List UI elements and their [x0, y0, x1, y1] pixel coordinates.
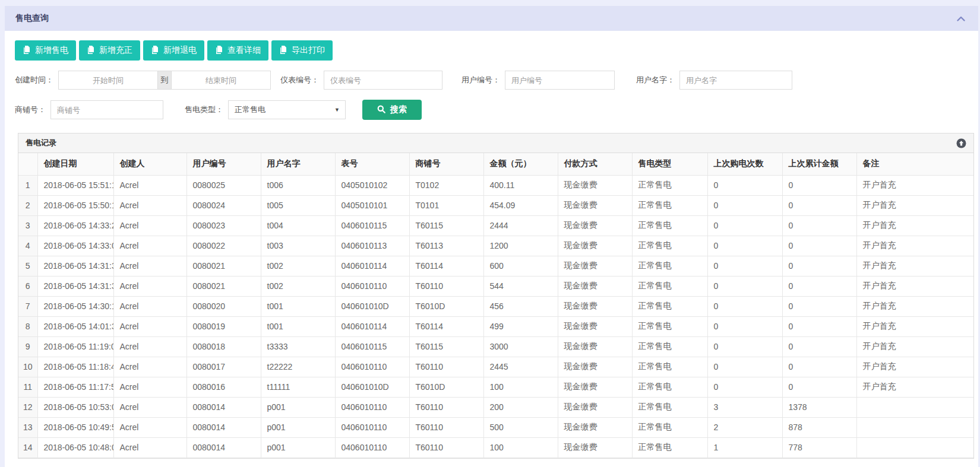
table-row[interactable]: 132018-06-05 10:49:5Acrel0080014p0010406…	[18, 417, 974, 437]
add-recharge-button[interactable]: 新增充正	[79, 40, 140, 61]
table-row[interactable]: 32018-06-05 14:33:2Acrel0080023t00404060…	[18, 215, 974, 236]
table-cell: 0	[707, 357, 782, 377]
table-cell: 0	[707, 175, 782, 195]
table-row[interactable]: 102018-06-05 11:18:4Acrel0080017t2222204…	[18, 357, 974, 377]
create-time-range: 到	[58, 71, 271, 90]
to-label: 到	[158, 71, 171, 90]
table-cell: Acrel	[113, 336, 186, 357]
table-cell: 0	[707, 336, 782, 357]
table-row[interactable]: 112018-06-05 11:17:5Acrel0080016t1111104…	[18, 377, 974, 397]
table-cell: 现金缴费	[558, 175, 632, 195]
table-row[interactable]: 92018-06-05 11:19:0Acrel0080018t33330406…	[18, 336, 974, 357]
table-cell: Acrel	[113, 215, 186, 236]
user-no-input[interactable]	[505, 71, 615, 90]
table-cell: 1	[707, 437, 782, 458]
add-sale-label: 新增售电	[35, 45, 68, 56]
page-titlebar: 售电查询	[5, 6, 978, 31]
table-cell: 0406010110	[335, 437, 409, 458]
table-cell: 0406010110	[335, 417, 409, 437]
table-cell: 开户首充	[856, 276, 974, 296]
table-row[interactable]: 62018-06-05 14:31:3Acrel0080021t00204060…	[18, 276, 974, 296]
table-cell: 开户首充	[856, 175, 974, 195]
copy-icon	[151, 46, 159, 56]
table-row[interactable]: 42018-06-05 14:33:0Acrel0080022t00304060…	[18, 236, 974, 256]
table-cell: Acrel	[113, 357, 186, 377]
table-cell: 1378	[782, 397, 856, 417]
table-row[interactable]: 22018-06-05 15:50:1Acrel0080024t00504050…	[18, 195, 974, 215]
table-cell: 正常售电	[632, 276, 707, 296]
export-print-button[interactable]: 导出打印	[271, 40, 333, 61]
view-detail-button[interactable]: 查看详细	[207, 40, 268, 61]
table-cell: 0080021	[186, 256, 261, 276]
table-cell: Acrel	[113, 236, 186, 256]
row-index-cell: 14	[18, 437, 37, 458]
table-cell: 0080018	[186, 336, 261, 357]
shop-no-label: 商铺号：	[15, 104, 46, 115]
table-cell: 0080020	[186, 296, 261, 316]
table-cell: Acrel	[113, 377, 186, 397]
table-header-last-total-amount: 上次累计金额	[782, 153, 856, 175]
table-cell: 正常售电	[632, 316, 707, 336]
table-cell: 0406010110	[335, 397, 409, 417]
table-cell: 100	[483, 437, 558, 458]
table-cell: 0080017	[186, 357, 261, 377]
table-row[interactable]: 72018-06-05 14:30:1Acrel0080020t00104060…	[18, 296, 974, 316]
table-cell: t001	[261, 296, 335, 316]
table-row[interactable]: 12018-06-05 15:51:1Acrel0080025t00604050…	[18, 175, 974, 195]
meter-no-input[interactable]	[324, 71, 442, 90]
table-row[interactable]: 122018-06-05 10:53:0Acrel0080014p0010406…	[18, 397, 974, 417]
meter-no-label: 仪表编号：	[280, 75, 319, 85]
table-cell: 正常售电	[632, 336, 707, 357]
table-row[interactable]: 82018-06-05 14:01:3Acrel0080019t00104060…	[18, 316, 974, 336]
table-cell: 0406010115	[335, 336, 409, 357]
table-cell: 现金缴费	[558, 236, 632, 256]
row-index-cell: 3	[18, 215, 37, 236]
table-cell: 开户首充	[856, 215, 974, 236]
table-cell: 现金缴费	[558, 316, 632, 336]
table-header-remark: 备注	[856, 153, 974, 175]
table-cell: 200	[483, 397, 558, 417]
row-index-cell: 6	[18, 276, 37, 296]
chevron-up-icon[interactable]	[957, 16, 965, 21]
user-name-input[interactable]	[679, 71, 792, 90]
sale-type-select[interactable]: 正常售电 ▼	[228, 100, 346, 119]
table-row[interactable]: 142018-06-05 10:48:0Acrel0080014p0010406…	[18, 437, 974, 458]
filter-row-2: 商铺号： 售电类型： 正常售电 ▼ 搜索	[15, 100, 978, 120]
table-cell: 开户首充	[856, 256, 974, 276]
add-refund-button[interactable]: 新增退电	[143, 40, 204, 61]
table-cell: T60110	[409, 437, 483, 458]
table-cell: 778	[782, 437, 856, 458]
table-cell	[856, 437, 974, 458]
end-time-input[interactable]	[171, 71, 271, 90]
export-print-label: 导出打印	[292, 45, 325, 56]
table-cell: t11111	[261, 377, 335, 397]
page-title: 售电查询	[15, 13, 49, 24]
start-time-input[interactable]	[58, 71, 158, 90]
table-cell: 0	[782, 336, 856, 357]
table-cell: t22222	[261, 357, 335, 377]
arrow-up-circle-icon[interactable]	[956, 138, 966, 148]
table-row[interactable]: 52018-06-05 14:31:3Acrel0080021t00204060…	[18, 256, 974, 276]
row-index-cell: 13	[18, 417, 37, 437]
caret-down-icon: ▼	[334, 107, 340, 113]
row-index-cell: 4	[18, 236, 37, 256]
copy-icon	[279, 46, 287, 56]
shop-no-input[interactable]	[50, 100, 163, 119]
search-button[interactable]: 搜索	[362, 100, 422, 120]
row-index-cell: 2	[18, 195, 37, 215]
search-label: 搜索	[390, 104, 407, 115]
table-cell: 0080024	[186, 195, 261, 215]
table-cell: 544	[483, 276, 558, 296]
table-cell: 正常售电	[632, 296, 707, 316]
table-cell: 0080023	[186, 215, 261, 236]
table-cell: T6010D	[409, 296, 483, 316]
table-cell: 现金缴费	[558, 256, 632, 276]
table-cell: t002	[261, 276, 335, 296]
add-sale-button[interactable]: 新增售电	[15, 40, 76, 61]
table-cell: 0	[707, 215, 782, 236]
table-cell: 0	[707, 236, 782, 256]
table-cell: 0	[707, 195, 782, 215]
table-cell: T60110	[409, 276, 483, 296]
table-cell: 3000	[483, 336, 558, 357]
table-cell: 600	[483, 256, 558, 276]
